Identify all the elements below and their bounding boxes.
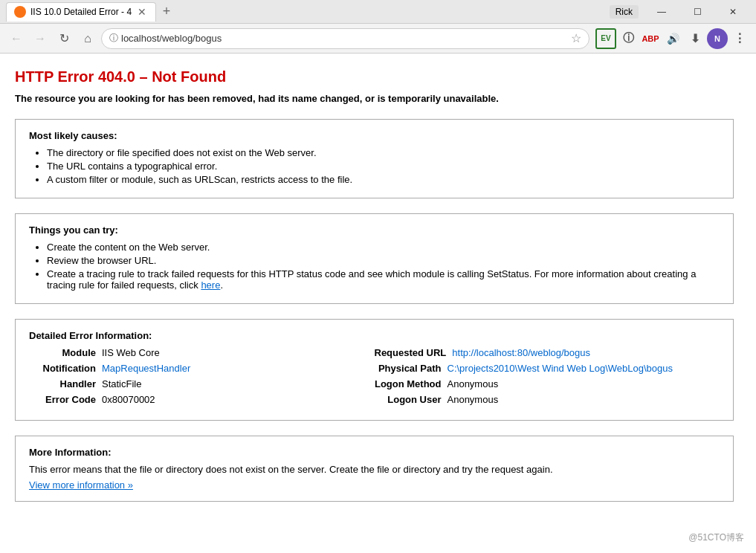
bookmark-icon[interactable]: ☆	[571, 31, 581, 45]
watermark: @51CTO博客	[688, 531, 744, 544]
active-tab[interactable]: IIS 10.0 Detailed Error - 4 ✕	[6, 2, 156, 22]
requrl-label: Requested URL	[375, 347, 447, 358]
list-item: Create a tracing rule to track failed re…	[47, 268, 720, 291]
module-value: IIS Web Core	[102, 347, 160, 358]
info-icon[interactable]: ⓘ	[618, 28, 639, 49]
detail-row-logonuser: Logon User Anonymous	[375, 394, 720, 405]
refresh-button[interactable]: ↻	[54, 28, 74, 49]
logonuser-label: Logon User	[375, 394, 442, 405]
detail-row-notification: Notification MapRequestHandler	[29, 363, 375, 374]
detail-row-logonmethod: Logon Method Anonymous	[375, 378, 720, 389]
address-text: localhost/weblog/bogus	[121, 33, 568, 44]
audio-icon[interactable]: 🔊	[662, 28, 683, 49]
user-label: Rick	[610, 5, 639, 19]
menu-button[interactable]: ⋮	[729, 28, 750, 49]
logonmethod-value: Anonymous	[448, 378, 499, 389]
list-item: The directory or file specified does not…	[47, 147, 720, 158]
titlebar: IIS 10.0 Detailed Error - 4 ✕ + Rick — ☐…	[0, 0, 756, 24]
errorcode-label: Error Code	[29, 394, 96, 405]
error-subtitle: The resource you are looking for has bee…	[15, 93, 734, 104]
detail-row-module: Module IIS Web Core	[29, 347, 375, 358]
notification-label: Notification	[29, 363, 96, 374]
view-more-link[interactable]: View more information »	[29, 479, 133, 491]
things-to-try-box: Things you can try: Create the content o…	[15, 213, 734, 304]
more-info-box: More Information: This error means that …	[15, 436, 734, 502]
requrl-value: http://localhost:80/weblog/bogus	[452, 347, 590, 358]
back-button[interactable]: ←	[6, 28, 27, 49]
things-to-try-list: Create the content on the Web server. Re…	[29, 242, 720, 291]
maximize-button[interactable]: ☐	[680, 0, 714, 24]
address-lock-icon: ⓘ	[109, 32, 118, 45]
onenote-icon[interactable]: N	[707, 28, 728, 49]
tab-bar: IIS 10.0 Detailed Error - 4 ✕ +	[6, 2, 610, 22]
handler-label: Handler	[29, 378, 96, 389]
detailed-error-box: Detailed Error Information: Module IIS W…	[15, 319, 734, 421]
detail-row-errorcode: Error Code 0x80070002	[29, 394, 375, 405]
tab-close-button[interactable]: ✕	[136, 6, 148, 18]
module-label: Module	[29, 347, 96, 358]
tab-favicon	[14, 6, 26, 18]
detail-table: Module IIS Web Core Notification MapRequ…	[29, 347, 720, 410]
handler-value: StaticFile	[102, 378, 141, 389]
physpath-label: Physical Path	[375, 363, 442, 374]
tab-title: IIS 10.0 Detailed Error - 4	[30, 7, 132, 17]
detail-row-physpath: Physical Path C:\projects2010\West Wind …	[375, 363, 720, 374]
list-item: Create the content on the Web server.	[47, 242, 720, 253]
more-info-heading: More Information:	[29, 447, 720, 458]
window-controls: — ☐ ✕	[644, 0, 750, 24]
likely-causes-heading: Most likely causes:	[29, 130, 720, 141]
error-title: HTTP Error 404.0 – Not Found	[15, 68, 734, 85]
extensions-icon[interactable]: EV	[595, 28, 616, 49]
detail-row-handler: Handler StaticFile	[29, 378, 375, 389]
minimize-button[interactable]: —	[644, 0, 679, 24]
notification-value: MapRequestHandler	[102, 363, 190, 374]
adblock-icon[interactable]: ABP	[640, 28, 661, 49]
errorcode-value: 0x80070002	[102, 394, 155, 405]
detailed-error-heading: Detailed Error Information:	[29, 330, 720, 341]
list-item: The URL contains a typographical error.	[47, 161, 720, 172]
forward-button[interactable]: →	[30, 28, 51, 49]
logonmethod-label: Logon Method	[375, 378, 442, 389]
likely-causes-list: The directory or file specified does not…	[29, 147, 720, 185]
new-tab-button[interactable]: +	[156, 2, 177, 22]
here-link[interactable]: here	[201, 279, 220, 291]
navbar: ← → ↻ ⌂ ⓘ localhost/weblog/bogus ☆ EV ⓘ …	[0, 24, 756, 54]
things-to-try-heading: Things you can try:	[29, 224, 720, 236]
close-button[interactable]: ✕	[716, 0, 750, 24]
detail-right-col: Requested URL http://localhost:80/weblog…	[375, 347, 720, 410]
address-bar[interactable]: ⓘ localhost/weblog/bogus ☆	[101, 28, 589, 49]
list-item: A custom filter or module, such as URLSc…	[47, 174, 720, 185]
list-item: Review the browser URL.	[47, 255, 720, 266]
detail-row-requrl: Requested URL http://localhost:80/weblog…	[375, 347, 720, 358]
detail-left-col: Module IIS Web Core Notification MapRequ…	[29, 347, 375, 410]
home-button[interactable]: ⌂	[77, 28, 98, 49]
likely-causes-box: Most likely causes: The directory or fil…	[15, 119, 734, 198]
page-content: HTTP Error 404.0 – Not Found The resourc…	[0, 54, 756, 553]
download-icon[interactable]: ⬇	[685, 28, 705, 49]
more-info-text: This error means that the file or direct…	[29, 464, 720, 475]
physpath-value: C:\projects2010\West Wind Web Log\WebLog…	[448, 363, 673, 374]
logonuser-value: Anonymous	[448, 394, 499, 405]
toolbar-icons: EV ⓘ ABP 🔊 ⬇ N ⋮	[595, 28, 750, 49]
